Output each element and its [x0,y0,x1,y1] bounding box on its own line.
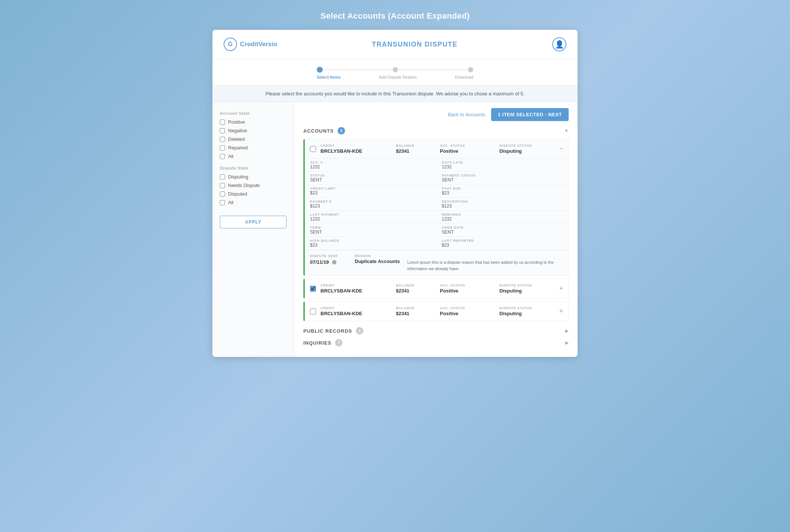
account-dispute-col-3: DISPUTE STATUS Disputing [499,306,554,316]
step-label-1[interactable]: Select Items [317,75,341,79]
account-dispute-col-1: DISPUTE STATUS Disputing [499,144,554,154]
filter-disputing[interactable]: Disputing [220,174,287,180]
detail-description: DESCRIPTION $123 [437,198,569,211]
inquiries-badge: 7 [335,339,342,346]
accounts-count-badge: 3 [338,127,345,134]
account-checkbox-3[interactable] [310,308,316,314]
account-state-label: Account State [220,111,287,115]
main-card: G CreditVersio TRANSUNION DISPUTE 👤 Sele… [212,30,578,357]
dispute-text-col: Lorem ipsum this is a dispute reason tha… [407,254,563,272]
inquiries-title-row: INQUIRIES 7 [303,339,342,346]
account-checkbox-2[interactable] [310,286,316,292]
user-icon[interactable]: 👤 [552,37,566,51]
detail-remarks: REMARKS 1232 [437,211,569,224]
detail-credit-limit: CREDIT LIMIT $23 [305,185,437,198]
dispute-state-label: Dispute State [220,166,287,170]
public-records-header: PUBLIC RECORDS 1 ▶ [303,327,569,335]
content-area: Account State Positive Negative Deleted … [212,102,578,357]
back-to-accounts-link[interactable]: Back to Accounts [448,112,485,117]
steps-track [317,67,473,73]
info-bar: Please select the accounts you would lik… [212,86,578,102]
detail-status: STATUS SENT [305,172,437,185]
checkbox-deleted[interactable] [220,137,225,142]
step-dot-2 [393,67,398,72]
filter-negative[interactable]: Negative [220,128,287,133]
account-card-1: CREDIT BRCLYSBAN-KDE BALANCE $2341 ACC. … [303,139,569,276]
account-row-1: CREDIT BRCLYSBAN-KDE BALANCE $2341 ACC. … [305,139,568,158]
checkbox-needs-dispute[interactable] [220,183,225,188]
public-records-title-row: PUBLIC RECORDS 1 [303,327,363,335]
account-balance-col-2: BALANCE $2341 [396,284,435,294]
filter-all-disputes[interactable]: All [220,200,287,205]
detail-days-late: DAYS LATE 1232 [437,159,569,172]
steps-labels: Select Items Add Dispute Reason Download [317,75,473,79]
checkbox-all-accounts[interactable] [220,154,225,159]
account-credit-col-2: CREDIT BRCLYSBAN-KDE [320,284,391,294]
account-credit-col-3: CREDIT BRCLYSBAN-KDE [320,306,391,316]
account-toggle-2[interactable]: + [559,285,563,292]
inquiries-header: INQUIRIES 7 ▶ [303,339,569,346]
step-dot-1 [317,67,323,73]
checkbox-disputed[interactable] [220,191,225,197]
apply-button[interactable]: APPLY [220,216,287,228]
action-bar: Back to Accounts 1 ITEM SELECTED - NEXT [303,108,569,121]
detail-acc-num: ACC. # 1232 [305,159,437,172]
step-line-2 [398,70,468,70]
public-records-expand-icon[interactable]: ▶ [565,328,569,333]
filter-disputed[interactable]: Disputed [220,191,287,197]
dispute-reason-col: REASON Duplicate Accounts [355,254,400,264]
header-title: TRANSUNION DISPUTE [372,41,458,48]
account-row-3: CREDIT BRCLYSBAN-KDE BALANCE $2341 ACC. … [305,302,568,321]
filter-positive[interactable]: Positive [220,119,287,125]
account-toggle-1[interactable]: − [559,145,563,153]
account-dispute-col-2: DISPUTE STATUS Disputing [499,284,554,294]
accounts-section-title: ACCOUNTS [303,128,334,134]
accounts-title-row: ACCOUNTS 3 [303,127,345,134]
account-status-col-2: ACC. STATUS Positive [440,284,495,294]
main-panel: Back to Accounts 1 ITEM SELECTED - NEXT … [294,102,578,357]
account-toggle-3[interactable]: + [559,307,563,315]
account-card-3: CREDIT BRCLYSBAN-KDE BALANCE $2341 ACC. … [303,301,569,321]
checkbox-disputing[interactable] [220,174,225,180]
card-header: G CreditVersio TRANSUNION DISPUTE 👤 [212,30,578,59]
detail-term: TERM SENT [305,224,437,237]
detail-last-payment: LAST PAYMENT 1232 [305,211,437,224]
filter-deleted[interactable]: Deleted [220,136,287,142]
dispute-sent-col: DISPUTE SENT 07/11/19 [310,254,347,265]
filter-all-accounts[interactable]: All [220,153,287,159]
account-balance-col-1: BALANCE $2341 [396,144,435,154]
public-records-badge: 1 [356,327,363,335]
inquiries-expand-icon[interactable]: ▶ [565,340,569,345]
inquiries-section: INQUIRIES 7 ▶ [303,339,569,346]
account-balance-col-3: BALANCE $2341 [396,306,435,316]
info-dot [332,260,336,265]
checkbox-all-disputes[interactable] [220,200,225,205]
filter-needs-dispute[interactable]: Needs Dispute [220,183,287,188]
checkbox-negative[interactable] [220,128,225,133]
checkbox-repaired[interactable] [220,145,225,151]
step-label-2[interactable]: Add Dispute Reason [379,75,417,79]
accounts-section: ACCOUNTS 3 ▼ CREDIT BRCLYSBAN-KDE [303,127,569,321]
step-label-3[interactable]: Download [455,75,473,79]
filter-repaired[interactable]: Repaired [220,145,287,151]
detail-grid-1: ACC. # 1232 DAYS LATE 1232 STATUS SENT [305,159,568,250]
checkbox-positive[interactable] [220,120,225,125]
step-dot-3 [468,67,473,72]
dispute-info-row-1: DISPUTE SENT 07/11/19 REASON Duplicate A… [305,250,568,275]
sidebar: Account State Positive Negative Deleted … [212,102,294,357]
detail-past-due: PAST DUE $23 [437,185,569,198]
page-title: Select Accounts (Account Expanded) [320,11,470,21]
public-records-section: PUBLIC RECORDS 1 ▶ [303,327,569,335]
accounts-section-header: ACCOUNTS 3 ▼ [303,127,569,134]
account-checkbox-1[interactable] [310,146,316,152]
detail-open-date: OPEN DATE SENT [437,224,569,237]
next-button[interactable]: 1 ITEM SELECTED - NEXT [491,108,569,121]
account-card-2: CREDIT BRCLYSBAN-KDE BALANCE $2341 ACC. … [303,279,569,298]
accounts-collapse-icon[interactable]: ▼ [564,128,569,133]
steps-area: Select Items Add Dispute Reason Download [212,59,578,86]
detail-high-balance: HIGH BALANCE $23 [305,237,437,250]
detail-last-reported: LAST REPORTED $23 [437,237,569,250]
account-row-2: CREDIT BRCLYSBAN-KDE BALANCE $2341 ACC. … [305,279,568,298]
account-status-col-1: ACC. STATUS Positive [440,144,495,154]
logo-icon: G [224,38,237,51]
